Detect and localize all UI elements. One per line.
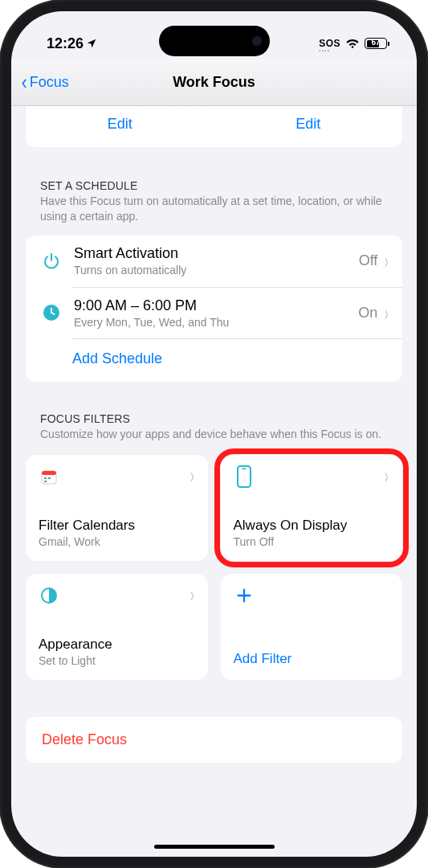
svg-rect-5: [44, 481, 47, 482]
dynamic-island: [159, 26, 270, 56]
back-button[interactable]: ‹ Focus: [21, 73, 69, 92]
schedule-card: Smart Activation Turns on automatically …: [26, 235, 402, 382]
chevron-right-icon: ›: [385, 300, 389, 326]
chevron-left-icon: ‹: [22, 72, 27, 92]
contrast-icon: [39, 585, 59, 606]
tile-sub: Gmail, Work: [39, 535, 195, 548]
edit-right-button[interactable]: Edit: [214, 116, 403, 133]
svg-rect-3: [44, 477, 47, 479]
tile-title: Always On Display: [234, 518, 390, 534]
chevron-right-icon: ›: [190, 581, 194, 607]
appearance-tile[interactable]: › Appearance Set to Light: [26, 574, 208, 680]
row-trail-value: On: [358, 305, 377, 321]
location-icon: [86, 38, 97, 49]
tile-title: Add Filter: [234, 651, 390, 667]
row-sub: Turns on automatically: [74, 264, 359, 276]
plus-icon: [234, 585, 255, 606]
filters-header-title: FOCUS FILTERS: [40, 412, 388, 425]
row-title: 9:00 AM – 6:00 PM: [74, 297, 358, 314]
chevron-right-icon: ›: [190, 462, 194, 488]
svg-rect-4: [48, 477, 51, 479]
top-edit-card: Edit Edit: [26, 106, 402, 147]
wifi-icon: [345, 38, 360, 49]
status-time: 12:26: [47, 35, 84, 52]
calendar-icon: [39, 466, 59, 487]
smart-activation-row[interactable]: Smart Activation Turns on automatically …: [26, 235, 402, 287]
phone-icon: [234, 466, 255, 487]
schedule-section-header: SET A SCHEDULE Have this Focus turn on a…: [26, 179, 402, 229]
edit-left-button[interactable]: Edit: [26, 116, 214, 133]
chevron-right-icon: ›: [385, 248, 389, 274]
power-icon: [39, 252, 64, 271]
svg-rect-7: [242, 468, 247, 469]
back-label: Focus: [30, 74, 69, 91]
row-trail-value: Off: [359, 252, 378, 269]
delete-focus-button[interactable]: Delete Focus: [26, 717, 402, 763]
tile-sub: Turn Off: [234, 535, 390, 548]
schedule-header-desc: Have this Focus turn on automatically at…: [40, 194, 388, 224]
page-title: Work Focus: [21, 74, 407, 91]
battery-indicator: 67: [365, 38, 389, 49]
schedule-header-title: SET A SCHEDULE: [40, 179, 388, 192]
filters-header-desc: Customize how your apps and device behav…: [40, 427, 388, 442]
svg-rect-2: [42, 471, 56, 475]
row-sub: Every Mon, Tue, Wed, and Thu: [74, 316, 358, 329]
filter-calendars-tile[interactable]: › Filter Calendars Gmail, Work: [26, 455, 208, 561]
tile-title: Appearance: [39, 637, 195, 653]
chevron-right-icon: ›: [385, 462, 389, 488]
delete-label: Delete Focus: [42, 731, 386, 748]
sos-indicator: SOS: [319, 38, 340, 49]
row-title: Smart Activation: [74, 245, 359, 262]
device-frame: 12:26 SOS 67 ‹ Focus Work F: [0, 0, 428, 868]
nav-bar: ‹ Focus Work Focus: [11, 59, 417, 106]
add-filter-tile[interactable]: Add Filter: [221, 574, 403, 680]
tile-sub: Set to Light: [39, 654, 195, 667]
time-schedule-row[interactable]: 9:00 AM – 6:00 PM Every Mon, Tue, Wed, a…: [26, 287, 402, 338]
always-on-display-tile[interactable]: › Always On Display Turn Off: [221, 455, 403, 561]
add-schedule-button[interactable]: Add Schedule: [26, 339, 402, 382]
clock-icon: [39, 303, 64, 322]
filters-section-header: FOCUS FILTERS Customize how your apps an…: [26, 412, 402, 447]
home-indicator[interactable]: [154, 845, 275, 849]
tile-title: Filter Calendars: [39, 518, 195, 534]
